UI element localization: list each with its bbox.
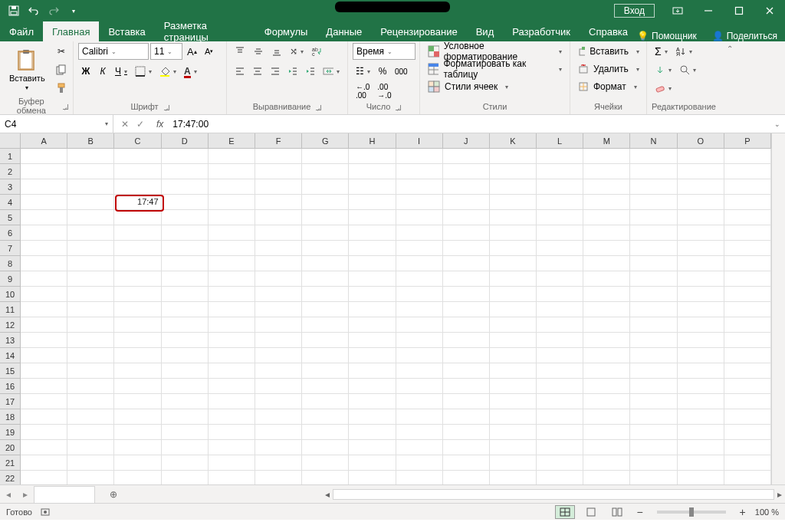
cell[interactable] <box>630 394 677 409</box>
formula-input[interactable]: 17:47:00 <box>168 119 770 130</box>
cell[interactable] <box>678 440 724 455</box>
row-header[interactable]: 14 <box>0 348 20 363</box>
cell[interactable] <box>255 471 302 484</box>
cut-button[interactable]: ✂ <box>53 43 70 60</box>
column-header[interactable]: H <box>349 133 396 148</box>
cell[interactable] <box>114 333 161 348</box>
cell[interactable] <box>114 164 161 179</box>
cell[interactable] <box>114 409 161 425</box>
tab-home[interactable]: Главная <box>43 21 99 41</box>
cell[interactable] <box>396 302 443 317</box>
cell[interactable] <box>349 409 396 425</box>
cell[interactable] <box>630 225 677 241</box>
cell[interactable] <box>162 210 209 225</box>
cell[interactable] <box>349 241 396 256</box>
cell[interactable] <box>724 348 771 363</box>
cell[interactable] <box>349 149 396 164</box>
cell[interactable] <box>396 425 443 440</box>
cell[interactable] <box>67 333 114 348</box>
cell[interactable] <box>67 302 114 317</box>
cell[interactable] <box>443 471 490 484</box>
cell[interactable] <box>583 149 630 164</box>
row-header[interactable]: 3 <box>0 179 20 195</box>
sheet-nav-prev[interactable]: ◂ <box>0 489 17 500</box>
column-header[interactable]: E <box>209 133 255 148</box>
login-button[interactable]: Вход <box>614 4 655 18</box>
paste-button[interactable]: Вставить ▾ <box>5 43 50 97</box>
cell[interactable] <box>490 440 537 455</box>
cell[interactable] <box>209 225 255 241</box>
cell[interactable] <box>724 210 771 225</box>
cell[interactable] <box>396 149 443 164</box>
cell[interactable] <box>490 348 537 363</box>
cell[interactable] <box>724 409 771 425</box>
cell[interactable] <box>162 394 209 409</box>
cell[interactable] <box>209 409 255 425</box>
cell[interactable] <box>255 333 302 348</box>
cell[interactable] <box>443 164 490 179</box>
cell[interactable] <box>537 317 583 333</box>
cell[interactable] <box>724 317 771 333</box>
cell[interactable] <box>443 179 490 195</box>
font-color-button[interactable]: А▾ <box>181 63 200 80</box>
cell[interactable] <box>349 363 396 379</box>
row-header[interactable]: 12 <box>0 317 20 333</box>
cell[interactable] <box>349 317 396 333</box>
cell[interactable] <box>21 363 67 379</box>
cell[interactable] <box>114 179 161 195</box>
cell[interactable] <box>114 425 161 440</box>
cell[interactable] <box>209 455 255 471</box>
row-header[interactable]: 8 <box>0 256 20 271</box>
cell[interactable] <box>114 379 161 394</box>
cell[interactable] <box>537 149 583 164</box>
cell[interactable] <box>490 394 537 409</box>
cell[interactable] <box>349 425 396 440</box>
cell[interactable] <box>21 379 67 394</box>
cell[interactable] <box>583 256 630 271</box>
column-header[interactable]: L <box>537 133 583 148</box>
merge-button[interactable]: ▾ <box>320 63 343 80</box>
cell[interactable] <box>396 256 443 271</box>
cell[interactable] <box>630 195 677 210</box>
orientation-button[interactable]: ⤭▾ <box>287 43 307 60</box>
cell[interactable] <box>162 379 209 394</box>
cell[interactable] <box>209 256 255 271</box>
cell[interactable] <box>255 271 302 287</box>
tab-page-layout[interactable]: Разметка страницы <box>155 21 255 41</box>
cell[interactable] <box>67 425 114 440</box>
cell[interactable] <box>255 394 302 409</box>
align-top-button[interactable] <box>232 43 248 60</box>
cell[interactable] <box>255 440 302 455</box>
align-middle-button[interactable] <box>250 43 267 60</box>
macro-record-icon[interactable] <box>40 507 51 517</box>
cell[interactable] <box>396 333 443 348</box>
cell[interactable] <box>537 440 583 455</box>
cell[interactable] <box>349 256 396 271</box>
cell[interactable] <box>67 195 114 210</box>
cell[interactable] <box>302 302 349 317</box>
cell[interactable] <box>490 149 537 164</box>
cell[interactable] <box>724 302 771 317</box>
row-header[interactable]: 16 <box>0 379 20 394</box>
dialog-launcher-icon[interactable] <box>162 103 169 110</box>
cell[interactable] <box>396 225 443 241</box>
cell[interactable] <box>114 302 161 317</box>
cell[interactable] <box>490 302 537 317</box>
cell[interactable] <box>443 409 490 425</box>
cell[interactable] <box>583 348 630 363</box>
maximize-icon[interactable] <box>724 0 754 21</box>
cell[interactable] <box>67 471 114 484</box>
row-header[interactable]: 19 <box>0 425 20 440</box>
ribbon-options-icon[interactable] <box>662 0 693 21</box>
cell[interactable] <box>583 333 630 348</box>
cell[interactable] <box>678 455 724 471</box>
zoom-level[interactable]: 100 % <box>755 507 779 517</box>
cell[interactable] <box>630 379 677 394</box>
cell[interactable] <box>209 333 255 348</box>
cell[interactable] <box>209 287 255 302</box>
cell[interactable] <box>67 440 114 455</box>
cell[interactable] <box>302 195 349 210</box>
align-right-button[interactable] <box>267 63 283 80</box>
cell[interactable] <box>67 317 114 333</box>
cell[interactable] <box>255 149 302 164</box>
